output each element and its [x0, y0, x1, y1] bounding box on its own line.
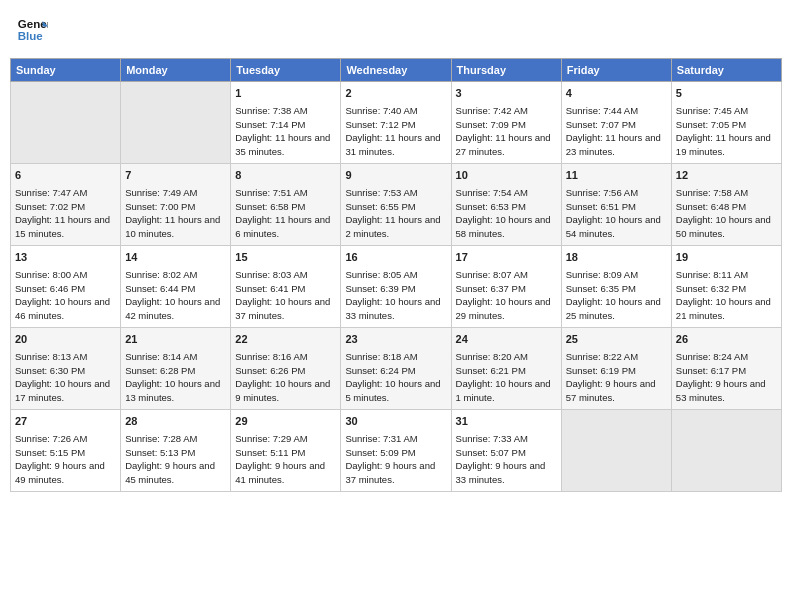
day-info: Sunrise: 8:00 AM	[15, 268, 116, 282]
column-header-sunday: Sunday	[11, 59, 121, 82]
day-info: Daylight: 9 hours and 41 minutes.	[235, 459, 336, 487]
day-number: 4	[566, 86, 667, 102]
day-number: 29	[235, 414, 336, 430]
day-info: Daylight: 10 hours and 17 minutes.	[15, 377, 116, 405]
calendar-cell: 14Sunrise: 8:02 AMSunset: 6:44 PMDayligh…	[121, 246, 231, 328]
day-info: Sunset: 6:58 PM	[235, 200, 336, 214]
day-info: Sunset: 7:14 PM	[235, 118, 336, 132]
calendar-cell: 11Sunrise: 7:56 AMSunset: 6:51 PMDayligh…	[561, 164, 671, 246]
calendar-cell: 10Sunrise: 7:54 AMSunset: 6:53 PMDayligh…	[451, 164, 561, 246]
day-info: Sunset: 5:15 PM	[15, 446, 116, 460]
day-info: Daylight: 10 hours and 46 minutes.	[15, 295, 116, 323]
day-info: Sunrise: 8:03 AM	[235, 268, 336, 282]
calendar-cell: 12Sunrise: 7:58 AMSunset: 6:48 PMDayligh…	[671, 164, 781, 246]
day-info: Sunset: 6:30 PM	[15, 364, 116, 378]
day-number: 13	[15, 250, 116, 266]
day-info: Daylight: 9 hours and 49 minutes.	[15, 459, 116, 487]
calendar-cell: 1Sunrise: 7:38 AMSunset: 7:14 PMDaylight…	[231, 82, 341, 164]
calendar-cell: 7Sunrise: 7:49 AMSunset: 7:00 PMDaylight…	[121, 164, 231, 246]
day-info: Sunset: 6:21 PM	[456, 364, 557, 378]
calendar-cell	[121, 82, 231, 164]
day-info: Daylight: 10 hours and 42 minutes.	[125, 295, 226, 323]
day-info: Sunset: 5:13 PM	[125, 446, 226, 460]
day-info: Sunrise: 8:22 AM	[566, 350, 667, 364]
day-number: 30	[345, 414, 446, 430]
day-info: Sunrise: 7:56 AM	[566, 186, 667, 200]
day-number: 22	[235, 332, 336, 348]
day-number: 25	[566, 332, 667, 348]
column-header-monday: Monday	[121, 59, 231, 82]
day-number: 21	[125, 332, 226, 348]
day-info: Daylight: 10 hours and 1 minute.	[456, 377, 557, 405]
day-info: Sunrise: 7:29 AM	[235, 432, 336, 446]
day-info: Daylight: 11 hours and 10 minutes.	[125, 213, 226, 241]
day-info: Sunrise: 8:14 AM	[125, 350, 226, 364]
day-number: 7	[125, 168, 226, 184]
day-info: Sunset: 6:17 PM	[676, 364, 777, 378]
day-info: Daylight: 11 hours and 2 minutes.	[345, 213, 446, 241]
calendar-cell: 16Sunrise: 8:05 AMSunset: 6:39 PMDayligh…	[341, 246, 451, 328]
day-info: Sunrise: 7:58 AM	[676, 186, 777, 200]
day-info: Sunset: 6:46 PM	[15, 282, 116, 296]
day-info: Daylight: 9 hours and 53 minutes.	[676, 377, 777, 405]
day-number: 24	[456, 332, 557, 348]
calendar-cell: 5Sunrise: 7:45 AMSunset: 7:05 PMDaylight…	[671, 82, 781, 164]
day-number: 26	[676, 332, 777, 348]
day-info: Sunrise: 8:24 AM	[676, 350, 777, 364]
day-number: 28	[125, 414, 226, 430]
day-info: Sunset: 6:24 PM	[345, 364, 446, 378]
day-info: Sunset: 6:39 PM	[345, 282, 446, 296]
day-info: Sunset: 5:11 PM	[235, 446, 336, 460]
day-info: Daylight: 10 hours and 25 minutes.	[566, 295, 667, 323]
day-number: 31	[456, 414, 557, 430]
day-info: Daylight: 10 hours and 54 minutes.	[566, 213, 667, 241]
day-info: Daylight: 10 hours and 37 minutes.	[235, 295, 336, 323]
day-number: 6	[15, 168, 116, 184]
calendar-cell: 2Sunrise: 7:40 AMSunset: 7:12 PMDaylight…	[341, 82, 451, 164]
day-info: Sunset: 6:51 PM	[566, 200, 667, 214]
day-info: Sunset: 6:28 PM	[125, 364, 226, 378]
day-info: Sunrise: 7:28 AM	[125, 432, 226, 446]
day-info: Daylight: 10 hours and 13 minutes.	[125, 377, 226, 405]
calendar-cell	[11, 82, 121, 164]
day-number: 23	[345, 332, 446, 348]
day-info: Daylight: 11 hours and 35 minutes.	[235, 131, 336, 159]
calendar-cell: 26Sunrise: 8:24 AMSunset: 6:17 PMDayligh…	[671, 328, 781, 410]
day-info: Sunset: 6:26 PM	[235, 364, 336, 378]
day-info: Sunrise: 7:51 AM	[235, 186, 336, 200]
calendar-week-4: 20Sunrise: 8:13 AMSunset: 6:30 PMDayligh…	[11, 328, 782, 410]
day-number: 12	[676, 168, 777, 184]
calendar-table: SundayMondayTuesdayWednesdayThursdayFrid…	[10, 58, 782, 492]
day-info: Sunrise: 8:09 AM	[566, 268, 667, 282]
column-header-saturday: Saturday	[671, 59, 781, 82]
day-info: Sunset: 5:09 PM	[345, 446, 446, 460]
day-info: Sunrise: 8:02 AM	[125, 268, 226, 282]
calendar-cell: 15Sunrise: 8:03 AMSunset: 6:41 PMDayligh…	[231, 246, 341, 328]
calendar-week-2: 6Sunrise: 7:47 AMSunset: 7:02 PMDaylight…	[11, 164, 782, 246]
day-info: Sunrise: 7:53 AM	[345, 186, 446, 200]
day-info: Daylight: 11 hours and 23 minutes.	[566, 131, 667, 159]
calendar-cell: 20Sunrise: 8:13 AMSunset: 6:30 PMDayligh…	[11, 328, 121, 410]
calendar-cell: 22Sunrise: 8:16 AMSunset: 6:26 PMDayligh…	[231, 328, 341, 410]
calendar-cell: 25Sunrise: 8:22 AMSunset: 6:19 PMDayligh…	[561, 328, 671, 410]
calendar-cell: 19Sunrise: 8:11 AMSunset: 6:32 PMDayligh…	[671, 246, 781, 328]
column-header-friday: Friday	[561, 59, 671, 82]
day-number: 1	[235, 86, 336, 102]
day-info: Sunset: 5:07 PM	[456, 446, 557, 460]
day-info: Daylight: 10 hours and 29 minutes.	[456, 295, 557, 323]
calendar-cell: 28Sunrise: 7:28 AMSunset: 5:13 PMDayligh…	[121, 410, 231, 492]
day-info: Sunset: 6:32 PM	[676, 282, 777, 296]
day-number: 9	[345, 168, 446, 184]
calendar-cell: 23Sunrise: 8:18 AMSunset: 6:24 PMDayligh…	[341, 328, 451, 410]
page-header: General Blue	[10, 10, 782, 50]
day-number: 20	[15, 332, 116, 348]
day-number: 17	[456, 250, 557, 266]
day-info: Sunrise: 7:31 AM	[345, 432, 446, 446]
day-info: Sunset: 6:35 PM	[566, 282, 667, 296]
day-info: Sunrise: 7:44 AM	[566, 104, 667, 118]
day-info: Sunset: 7:07 PM	[566, 118, 667, 132]
day-info: Sunrise: 8:16 AM	[235, 350, 336, 364]
calendar-cell: 29Sunrise: 7:29 AMSunset: 5:11 PMDayligh…	[231, 410, 341, 492]
calendar-cell: 13Sunrise: 8:00 AMSunset: 6:46 PMDayligh…	[11, 246, 121, 328]
svg-text:Blue: Blue	[18, 30, 44, 42]
